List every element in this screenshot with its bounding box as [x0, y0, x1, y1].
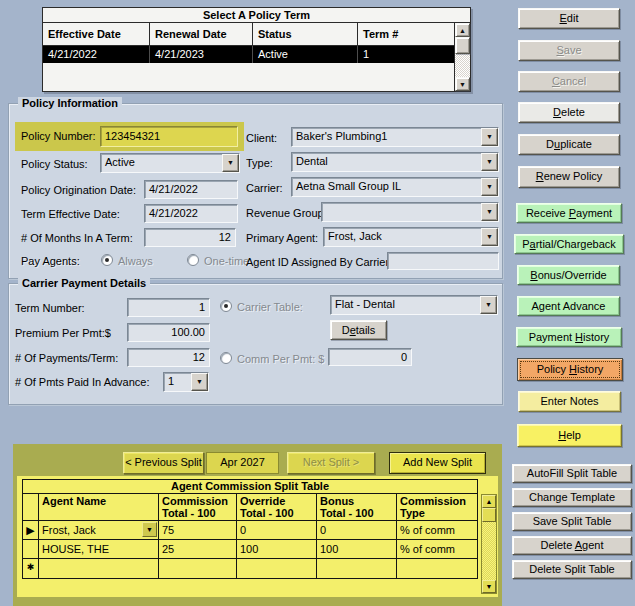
duplicate-button[interactable]: Duplicate: [518, 134, 620, 155]
origination-date-field[interactable]: 4/21/2022: [144, 180, 238, 199]
chevron-down-icon[interactable]: ▼: [481, 203, 498, 221]
override-cell[interactable]: 100: [237, 540, 317, 558]
pay-agents-label: Pay Agents:: [21, 255, 80, 267]
term-number-field[interactable]: 1: [127, 298, 210, 317]
bonus-cell[interactable]: 0: [317, 521, 397, 539]
payments-per-term-label: # Of Payments/Term:: [15, 352, 118, 364]
previous-split-button[interactable]: < Previous Split: [123, 452, 204, 474]
partial-chargeback-button[interactable]: Partial/Chargeback: [514, 234, 624, 254]
col-term-number: Term #: [358, 23, 454, 45]
split-row-house-the[interactable]: HOUSE, THE 25 100 100 % of comm: [23, 540, 477, 559]
policy-term-header-row: Effective Date Renewal Date Status Term …: [43, 23, 454, 46]
override-cell[interactable]: 0: [237, 521, 317, 539]
split-table-title: Agent Commission Split Table: [23, 480, 477, 494]
policy-term-selected-row[interactable]: 4/21/2022 4/21/2023 Active 1: [43, 46, 454, 63]
pay-agents-onetime-radio[interactable]: [187, 254, 199, 266]
months-in-term-field[interactable]: 12: [144, 228, 236, 247]
term-effective-date-label: Term Effective Date:: [21, 208, 120, 220]
edit-button[interactable]: Edit: [518, 8, 620, 29]
cell-effective-date: 4/21/2022: [43, 46, 150, 63]
chevron-down-icon[interactable]: ▼: [481, 228, 498, 246]
client-label: Client:: [246, 132, 277, 144]
scrollbar-thumb[interactable]: [455, 37, 470, 54]
revenue-group-dropdown[interactable]: ▼: [321, 202, 499, 222]
bonus-cell[interactable]: 100: [317, 540, 397, 558]
primary-agent-label: Primary Agent:: [246, 232, 318, 244]
policy-status-dropdown[interactable]: Active ▼: [100, 153, 240, 173]
chevron-down-icon[interactable]: ▼: [480, 296, 497, 314]
scrollbar-thumb[interactable]: [482, 508, 496, 522]
pmts-in-advance-dropdown[interactable]: 1 ▼: [163, 372, 209, 392]
type-dropdown[interactable]: Dental ▼: [291, 152, 499, 172]
renew-policy-button[interactable]: Renew Policy: [518, 166, 620, 188]
split-table-scrollbar[interactable]: ▲ ▼: [481, 494, 497, 594]
enter-notes-button[interactable]: Enter Notes: [518, 391, 621, 412]
cancel-button: Cancel: [518, 71, 620, 92]
autofill-split-table-button[interactable]: AutoFill Split Table: [512, 464, 632, 483]
delete-button[interactable]: Delete: [518, 102, 620, 123]
chevron-down-icon[interactable]: ▼: [222, 154, 239, 172]
col-bonus-total: Bonus Total - 100: [317, 494, 397, 520]
carrier-table-radio[interactable]: [220, 300, 232, 312]
add-new-split-button[interactable]: Add New Split: [389, 452, 486, 474]
carrier-payment-details-group: Carrier Payment Details Term Number: 1 P…: [8, 283, 503, 405]
cell-status: Active: [253, 46, 358, 63]
help-button[interactable]: Help: [517, 424, 622, 447]
policy-term-table: Select A Policy Term Effective Date Rene…: [42, 7, 471, 92]
commission-type-cell[interactable]: % of comm: [397, 521, 477, 539]
scroll-up-icon[interactable]: ▲: [455, 23, 470, 37]
carrier-dropdown[interactable]: Aetna Small Group IL ▼: [291, 177, 499, 197]
bonus-override-button[interactable]: Bonus/Override: [517, 265, 620, 285]
split-row-new[interactable]: ✱: [23, 559, 477, 578]
scroll-down-icon[interactable]: ▼: [482, 580, 496, 593]
commission-type-cell[interactable]: % of comm: [397, 540, 477, 558]
details-button[interactable]: Details: [330, 320, 387, 340]
payment-history-button[interactable]: Payment History: [516, 327, 622, 347]
client-dropdown[interactable]: Baker's Plumbing1 ▼: [291, 127, 499, 147]
chevron-down-icon[interactable]: ▼: [191, 373, 208, 391]
delete-agent-button[interactable]: Delete Agent: [512, 536, 632, 555]
chevron-down-icon[interactable]: ▼: [481, 178, 498, 196]
col-renewal-date: Renewal Date: [150, 23, 253, 45]
agent-advance-button[interactable]: Agent Advance: [517, 296, 620, 316]
policy-history-button[interactable]: Policy History: [517, 358, 623, 381]
policy-number-label: Policy Number:: [21, 130, 96, 142]
next-split-button: Next Split >: [287, 452, 375, 474]
agent-id-field[interactable]: [387, 252, 499, 270]
comm-per-pmt-radio[interactable]: [220, 352, 232, 364]
chevron-down-icon[interactable]: ▼: [481, 128, 498, 146]
save-button: Save: [518, 40, 620, 61]
primary-agent-dropdown[interactable]: Frost, Jack ▼: [323, 227, 499, 247]
scroll-up-icon[interactable]: ▲: [482, 495, 496, 508]
policy-number-input[interactable]: 123454321: [100, 126, 238, 147]
agent-commission-split-table: Agent Commission Split Table Agent Name …: [22, 479, 478, 579]
split-row-frost-jack[interactable]: ▶ Frost, Jack ▼ 75 0 0 % of comm: [23, 521, 477, 540]
col-override-total: Override Total - 100: [237, 494, 317, 520]
delete-split-table-button[interactable]: Delete Split Table: [512, 560, 632, 579]
carrier-table-dropdown[interactable]: Flat - Dental ▼: [330, 295, 498, 315]
cell-renewal-date: 4/21/2023: [150, 46, 253, 63]
split-period-label: Apr 2027: [206, 452, 279, 474]
col-commission-type: Commission Type: [397, 494, 477, 520]
payments-per-term-field[interactable]: 12: [127, 348, 210, 367]
col-effective-date: Effective Date: [43, 23, 150, 45]
commission-cell[interactable]: 75: [159, 521, 237, 539]
term-effective-date-field[interactable]: 4/21/2022: [144, 204, 238, 223]
pay-agents-always-radio[interactable]: [101, 254, 113, 266]
chevron-down-icon[interactable]: ▼: [142, 522, 157, 537]
premium-per-pmt-field[interactable]: 100.00: [127, 323, 210, 342]
save-split-table-button[interactable]: Save Split Table: [512, 512, 632, 531]
receive-payment-button[interactable]: Receive Payment: [516, 203, 622, 223]
change-template-button[interactable]: Change Template: [512, 488, 632, 507]
comm-per-pmt-field[interactable]: 0: [328, 348, 412, 366]
col-commission-total: Commission Total - 100: [159, 494, 237, 520]
commission-cell[interactable]: 25: [159, 540, 237, 558]
pmts-in-advance-label: # Of Pmts Paid In Advance:: [15, 376, 150, 388]
col-agent-name: Agent Name: [39, 494, 159, 520]
policy-term-scrollbar[interactable]: ▲ ▼: [454, 23, 470, 91]
chevron-down-icon[interactable]: ▼: [481, 153, 498, 171]
premium-per-pmt-label: Premium Per Pmt:$: [15, 327, 111, 339]
new-row-icon: ✱: [23, 559, 39, 578]
scroll-down-icon[interactable]: ▼: [455, 77, 470, 91]
agent-name-cell[interactable]: HOUSE, THE: [39, 540, 159, 558]
